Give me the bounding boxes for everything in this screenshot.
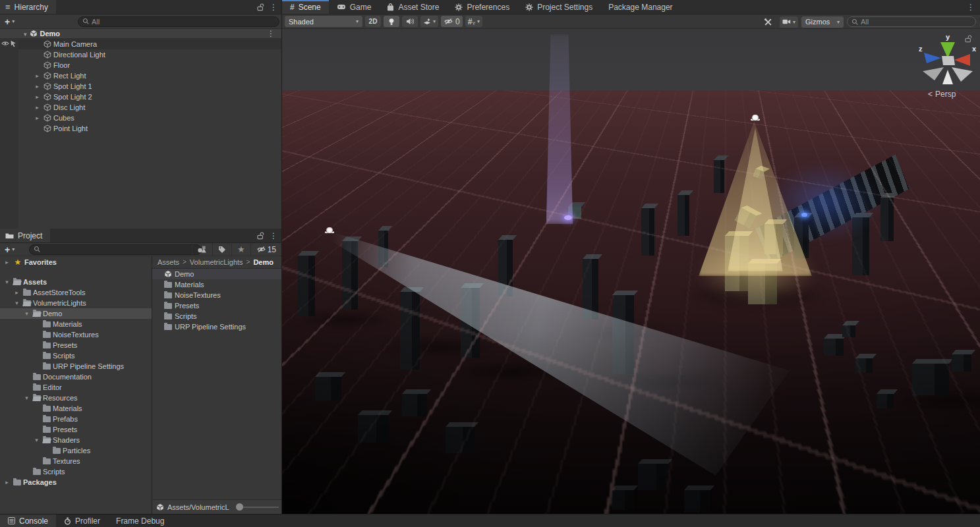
- scene-root-row[interactable]: Demo: [0, 29, 281, 39]
- neg-axis-cone[interactable]: [952, 67, 973, 82]
- project-tree-item[interactable]: Resources: [0, 393, 152, 403]
- hidden-items-toggle[interactable]: 15: [250, 243, 281, 256]
- scene-view-tab[interactable]: Project Settings: [517, 0, 600, 14]
- project-tree-item[interactable]: URP Pipeline Settings: [0, 361, 152, 372]
- scene-view-tab[interactable]: Package Manager: [600, 0, 680, 14]
- breadcrumb-segment[interactable]: VolumetricLights >: [190, 258, 250, 266]
- spotlight-gizmo-icon[interactable]: [751, 115, 759, 121]
- project-tree-item[interactable]: Packages: [0, 477, 152, 487]
- project-tree-item[interactable]: Scripts: [0, 466, 152, 477]
- breadcrumb-label[interactable]: Assets: [158, 258, 179, 266]
- scene-view-tab[interactable]: Scene: [282, 0, 329, 14]
- project-tree-item[interactable]: Assets: [0, 277, 152, 287]
- asset-item[interactable]: URP Pipeline Settings: [152, 321, 281, 332]
- perspective-toggle[interactable]: Persp: [928, 90, 956, 99]
- filter-by-label-button[interactable]: [212, 243, 231, 256]
- hierarchy-item[interactable]: Point Light: [18, 123, 281, 134]
- gizmos-dropdown[interactable]: Gizmos: [801, 16, 844, 28]
- panel-menu-icon[interactable]: [270, 3, 277, 11]
- hierarchy-item[interactable]: Main Camera: [18, 39, 281, 49]
- create-caret-icon[interactable]: [12, 18, 14, 24]
- project-tree-item[interactable]: Textures: [0, 456, 152, 466]
- grid-snap-dropdown[interactable]: # Y: [465, 16, 482, 27]
- project-tree-item[interactable]: Particles: [0, 445, 152, 456]
- scene-search-input[interactable]: [861, 18, 971, 26]
- hierarchy-item[interactable]: Cubes: [18, 113, 281, 123]
- disclosure-arrow-icon[interactable]: [3, 479, 11, 485]
- project-tab[interactable]: Project: [0, 229, 50, 242]
- hierarchy-item[interactable]: Spot Light 1: [18, 81, 281, 92]
- bottom-tab[interactable]: Console: [0, 514, 56, 527]
- hierarchy-tab[interactable]: Hierarchy: [0, 0, 56, 14]
- hierarchy-item[interactable]: Floor: [18, 60, 281, 70]
- project-tree-item[interactable]: Materials: [0, 319, 152, 329]
- project-tree-item[interactable]: Prefabs: [0, 414, 152, 424]
- z-axis-cone[interactable]: [924, 53, 941, 63]
- breadcrumb-segment[interactable]: Assets >: [158, 258, 187, 266]
- 2d-toggle[interactable]: 2D: [365, 16, 381, 27]
- filter-by-type-button[interactable]: [192, 243, 212, 256]
- effects-dropdown[interactable]: [420, 16, 438, 27]
- pick-icon[interactable]: [10, 40, 16, 47]
- project-tree-item[interactable]: Demo: [0, 308, 152, 319]
- create-button[interactable]: +: [5, 16, 10, 27]
- scene-view-tab[interactable]: Game: [329, 0, 380, 14]
- chevron-down-icon[interactable]: [24, 30, 27, 38]
- project-tree-item[interactable]: Shaders: [0, 435, 152, 445]
- lock-icon[interactable]: [257, 3, 264, 11]
- project-tree-item[interactable]: NoiseTextures: [0, 329, 152, 340]
- lighting-toggle[interactable]: [384, 16, 399, 27]
- project-search-input[interactable]: [43, 246, 197, 254]
- create-caret-icon[interactable]: [12, 246, 14, 252]
- window-menu-icon[interactable]: [967, 3, 975, 11]
- neg-axis-cone[interactable]: [942, 70, 953, 84]
- x-axis-cone[interactable]: [954, 54, 970, 66]
- favorites-filter-button[interactable]: ★: [231, 243, 250, 256]
- scene-view-tab[interactable]: Asset Store: [379, 0, 447, 14]
- scene-view-tab[interactable]: Preferences: [447, 0, 517, 14]
- scene-visibility-toggle[interactable]: 0: [441, 16, 463, 27]
- project-tree-item[interactable]: Presets: [0, 424, 152, 435]
- panel-menu-icon[interactable]: [270, 232, 277, 240]
- bottom-tab[interactable]: Frame Debug: [108, 514, 172, 527]
- hierarchy-item[interactable]: Directional Light: [18, 49, 281, 60]
- project-tree-item[interactable]: Documentation: [0, 372, 152, 382]
- breadcrumb-label[interactable]: VolumetricLights: [190, 258, 243, 266]
- hierarchy-item[interactable]: Rect Light: [18, 70, 281, 81]
- viewport[interactable]: y x z Persp: [282, 29, 980, 514]
- disclosure-arrow-icon[interactable]: [22, 395, 31, 401]
- scene-search[interactable]: [847, 16, 976, 27]
- expand-arrow-icon[interactable]: [33, 104, 42, 111]
- asset-item[interactable]: Scripts: [152, 311, 281, 321]
- disclosure-arrow-icon[interactable]: [13, 300, 21, 306]
- project-tree-item[interactable]: Scripts: [0, 350, 152, 361]
- scene-menu-icon[interactable]: [267, 30, 275, 38]
- project-tree-item[interactable]: AssetStoreTools: [0, 287, 152, 298]
- bottom-tab[interactable]: Profiler: [56, 514, 108, 527]
- eye-icon[interactable]: [1, 40, 9, 47]
- gizmo-center-cube[interactable]: [942, 56, 955, 65]
- project-tree-item[interactable]: Editor: [0, 382, 152, 393]
- project-tree-item[interactable]: VolumetricLights: [0, 298, 152, 308]
- shading-mode-dropdown[interactable]: Shaded: [285, 16, 362, 27]
- hierarchy-item[interactable]: Disc Light: [18, 102, 281, 113]
- asset-item[interactable]: Presets: [152, 300, 281, 311]
- disclosure-arrow-icon[interactable]: [22, 310, 31, 317]
- disclosure-arrow-icon[interactable]: [3, 259, 11, 265]
- project-search[interactable]: [29, 244, 202, 255]
- project-tree-item[interactable]: Favorites: [0, 257, 152, 267]
- spotlight-gizmo-icon[interactable]: [326, 227, 333, 233]
- hierarchy-search[interactable]: [78, 16, 279, 27]
- disclosure-arrow-icon[interactable]: [32, 437, 41, 443]
- expand-arrow-icon[interactable]: [33, 72, 42, 79]
- audio-toggle[interactable]: [402, 16, 418, 27]
- hierarchy-search-input[interactable]: [92, 18, 275, 26]
- asset-item[interactable]: Materials: [152, 279, 281, 290]
- camera-settings-dropdown[interactable]: [780, 16, 798, 28]
- expand-arrow-icon[interactable]: [33, 94, 42, 100]
- viewport-lock-icon[interactable]: [965, 35, 972, 43]
- lock-icon[interactable]: [257, 232, 264, 240]
- project-tree-item[interactable]: Materials: [0, 403, 152, 414]
- expand-arrow-icon[interactable]: [33, 83, 42, 90]
- create-button[interactable]: +: [5, 244, 10, 255]
